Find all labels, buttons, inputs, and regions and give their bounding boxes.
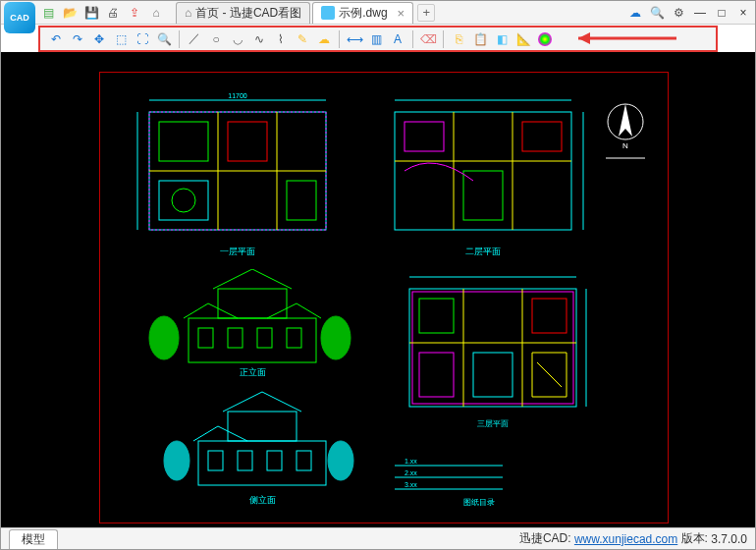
svg-rect-30 — [189, 318, 316, 362]
zoom-window-button[interactable]: ⬚ — [111, 29, 131, 49]
cloud-icon[interactable]: ☁ — [627, 5, 643, 21]
svg-text:一层平面: 一层平面 — [220, 247, 255, 256]
brand-label: 迅捷CAD: — [519, 530, 571, 547]
svg-point-12 — [172, 189, 195, 212]
tab-home[interactable]: ⌂ 首页 - 迅捷CAD看图 — [176, 2, 310, 24]
settings-icon[interactable]: ⚙ — [671, 5, 686, 21]
arc-tool-button[interactable]: ◡ — [228, 29, 247, 49]
drawing-schedule: 1.xx 2.xx 3.xx 图纸目录 — [395, 456, 640, 510]
svg-marker-2 — [578, 32, 590, 44]
svg-text:1.xx: 1.xx — [405, 458, 417, 465]
svg-text:侧立面: 侧立面 — [249, 495, 276, 505]
svg-rect-39 — [198, 441, 326, 485]
color-wheel-button[interactable] — [535, 29, 555, 49]
version-label: 版本: — [681, 530, 708, 547]
polyline-tool-button[interactable]: ⌇ — [271, 29, 291, 49]
svg-text:11700: 11700 — [228, 92, 247, 99]
menubar-left: ▤ 📂 💾 🖨 ⇪ ⌂ — [40, 5, 164, 21]
new-file-icon[interactable]: ▤ — [40, 5, 56, 21]
svg-rect-21 — [405, 122, 444, 151]
3d-view-button[interactable]: ◧ — [492, 29, 512, 49]
floor-plan-2: 二层平面 — [375, 92, 591, 259]
elevation-2: 侧立面 — [159, 387, 355, 505]
close-icon[interactable]: × — [735, 5, 751, 21]
drawing-frame: 一层平面 11700 二层平面 — [99, 72, 669, 523]
dwg-icon — [321, 6, 335, 20]
layer-button[interactable]: ▥ — [366, 29, 386, 49]
svg-text:N: N — [622, 141, 628, 150]
zoom-extents-button[interactable]: ⛶ — [133, 29, 152, 49]
svg-point-46 — [328, 441, 353, 480]
paste-button[interactable]: 📋 — [470, 29, 490, 49]
svg-point-0 — [538, 32, 552, 46]
svg-rect-55 — [473, 353, 513, 397]
pan-button[interactable]: ✥ — [89, 29, 109, 49]
svg-rect-44 — [297, 451, 311, 470]
version-value: 3.7.0.0 — [711, 532, 747, 546]
svg-point-37 — [321, 316, 351, 359]
tab-doc-label: 示例.dwg — [339, 5, 387, 22]
new-tab-button[interactable]: + — [417, 4, 435, 22]
brand-url-link[interactable]: www.xunjiecad.com — [574, 532, 677, 546]
tab-home-label: 首页 - 迅捷CAD看图 — [195, 5, 301, 22]
svg-rect-34 — [257, 328, 272, 348]
tabstrip: ⌂ 首页 - 迅捷CAD看图 示例.dwg × + — [176, 1, 435, 25]
svg-rect-41 — [208, 451, 223, 470]
svg-text:正立面: 正立面 — [240, 367, 266, 377]
eraser-button[interactable]: ⌫ — [418, 29, 438, 49]
export-icon[interactable]: ⇪ — [127, 5, 142, 21]
floor-plan-3: 三层平面 — [395, 269, 591, 436]
svg-rect-43 — [267, 451, 282, 470]
open-folder-icon[interactable]: 📂 — [62, 5, 78, 21]
tab-close-icon[interactable]: × — [398, 6, 405, 21]
toolbar-separator — [443, 30, 444, 48]
callout-arrow-icon — [568, 28, 686, 48]
edit-tool-button[interactable]: ✎ — [293, 29, 312, 49]
spline-tool-button[interactable]: ∿ — [249, 29, 269, 49]
measure-button[interactable]: 📐 — [513, 29, 533, 49]
svg-text:二层平面: 二层平面 — [465, 247, 501, 256]
app-logo: CAD — [4, 2, 35, 33]
toolbar-container: ↶ ↷ ✥ ⬚ ⛶ 🔍 ／ ○ ◡ ∿ ⌇ ✎ ☁ ⟷ ▥ A ⌫ ⎘ 📋 ◧ … — [1, 25, 755, 52]
zoom-icon[interactable]: 🔍 — [649, 5, 665, 21]
revcloud-tool-button[interactable]: ☁ — [314, 29, 334, 49]
menubar-right: ☁ 🔍 ⚙ — □ × — [627, 5, 751, 21]
svg-rect-42 — [238, 451, 252, 470]
drawing-canvas[interactable]: 一层平面 11700 二层平面 — [1, 52, 755, 527]
svg-text:3.xx: 3.xx — [405, 481, 417, 488]
svg-rect-32 — [198, 328, 213, 348]
north-arrow: N — [601, 97, 650, 166]
svg-text:三层平面: 三层平面 — [477, 419, 509, 428]
save-icon[interactable]: 💾 — [83, 5, 99, 21]
maximize-icon[interactable]: □ — [714, 5, 729, 21]
svg-rect-22 — [522, 122, 562, 151]
zoom-in-button[interactable]: 🔍 — [154, 29, 174, 49]
line-tool-button[interactable]: ／ — [185, 29, 204, 49]
svg-rect-35 — [287, 328, 301, 348]
svg-rect-49 — [412, 292, 573, 404]
redo-button[interactable]: ↷ — [68, 29, 87, 49]
svg-rect-8 — [159, 122, 208, 161]
svg-rect-10 — [287, 181, 316, 220]
minimize-icon[interactable]: — — [692, 5, 708, 21]
app-window: CAD ▤ 📂 💾 🖨 ⇪ ⌂ ⌂ 首页 - 迅捷CAD看图 示例.dwg × … — [0, 0, 756, 550]
text-button[interactable]: A — [388, 29, 407, 49]
dimension-button[interactable]: ⟷ — [345, 29, 364, 49]
home-icon[interactable]: ⌂ — [148, 5, 164, 21]
svg-rect-33 — [228, 328, 243, 348]
undo-button[interactable]: ↶ — [46, 29, 66, 49]
elevation-1: 正立面 — [139, 269, 355, 377]
svg-rect-56 — [419, 353, 454, 397]
menubar: ▤ 📂 💾 🖨 ⇪ ⌂ ⌂ 首页 - 迅捷CAD看图 示例.dwg × + ☁ … — [1, 1, 755, 25]
toolbar-separator — [179, 30, 180, 48]
copy-button[interactable]: ⎘ — [449, 29, 468, 49]
svg-point-45 — [164, 441, 189, 480]
statusbar: 模型 迅捷CAD: www.xunjiecad.com 版本: 3.7.0.0 — [1, 527, 755, 549]
tab-document[interactable]: 示例.dwg × — [312, 2, 413, 24]
model-tab[interactable]: 模型 — [9, 529, 58, 549]
svg-rect-9 — [228, 122, 267, 161]
svg-rect-54 — [532, 299, 567, 333]
print-icon[interactable]: 🖨 — [105, 5, 121, 21]
circle-tool-button[interactable]: ○ — [206, 29, 226, 49]
svg-rect-48 — [409, 289, 576, 407]
